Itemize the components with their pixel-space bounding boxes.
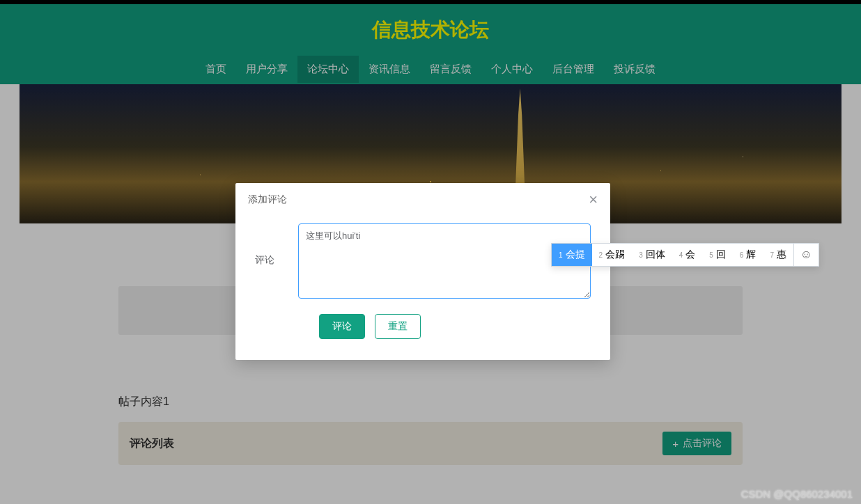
ime-candidate-2[interactable]: 2会踢	[592, 244, 633, 266]
submit-comment-button[interactable]: 评论	[319, 314, 365, 339]
reset-button[interactable]: 重置	[375, 314, 421, 339]
modal-title: 添加评论	[248, 194, 287, 206]
watermark: CSDN @QQ860234001	[741, 488, 853, 500]
ime-candidate-7[interactable]: 7惠	[763, 244, 793, 266]
emoji-icon[interactable]: ☺	[793, 244, 819, 266]
ime-candidate-5[interactable]: 5回	[702, 244, 733, 266]
ime-candidate-3[interactable]: 3回体	[632, 244, 672, 266]
add-comment-modal: 添加评论 × 评论 评论 重置	[235, 183, 610, 360]
ime-candidate-4[interactable]: 4会	[672, 244, 703, 266]
comment-textarea[interactable]	[298, 223, 591, 299]
ime-candidate-1[interactable]: 1会提	[552, 244, 592, 266]
close-icon[interactable]: ×	[589, 192, 598, 207]
ime-candidate-bar: 1会提 2会踢 3回体 4会 5回 6辉 7惠 ☺	[551, 243, 819, 267]
ime-candidate-6[interactable]: 6辉	[733, 244, 763, 266]
comment-field-label: 评论	[255, 223, 298, 301]
